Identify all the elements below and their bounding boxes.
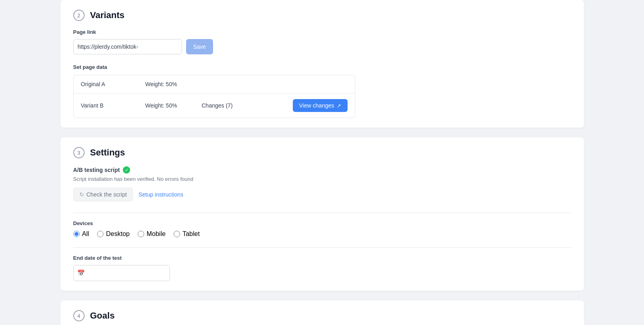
- goals-section: 4 Goals Goals Add URL (Exact or Contains…: [60, 300, 584, 325]
- row-variant-b-name: Variant B: [81, 102, 145, 109]
- variants-section: 2 Variants Page link Save Set page data …: [60, 0, 584, 128]
- page-data-table: Original A Weight: 50% Variant B Weight:…: [73, 75, 355, 118]
- row-variant-b-weight: Weight: 50%: [145, 102, 202, 109]
- script-status-text: Script installation has been verified. N…: [73, 176, 571, 182]
- device-option-tablet[interactable]: Tablet: [174, 230, 200, 238]
- radio-mobile[interactable]: [138, 231, 144, 237]
- device-radio-group: All Desktop Mobile Tablet: [73, 230, 571, 238]
- device-tablet-label: Tablet: [182, 230, 200, 238]
- view-changes-label: View changes: [299, 102, 334, 109]
- device-option-desktop[interactable]: Desktop: [97, 230, 130, 238]
- divider: [73, 213, 571, 213]
- set-page-data-label: Set page data: [73, 64, 571, 70]
- calendar-icon: 📅: [77, 269, 85, 277]
- variants-header: 2 Variants: [73, 10, 571, 21]
- script-actions: ↻ Check the script Setup instructions: [73, 188, 571, 201]
- device-all-label: All: [82, 230, 89, 238]
- date-input-wrapper: 📅: [73, 265, 170, 281]
- end-date-label: End date of the test: [73, 255, 571, 261]
- table-row: Variant B Weight: 50% Changes (7) View c…: [74, 93, 355, 118]
- settings-title: Settings: [90, 147, 125, 158]
- device-option-all[interactable]: All: [73, 230, 89, 238]
- radio-tablet[interactable]: [174, 231, 180, 237]
- view-changes-button[interactable]: View changes ↗: [293, 99, 348, 112]
- script-header-row: A/B testing script ✓: [73, 166, 571, 174]
- device-mobile-label: Mobile: [147, 230, 166, 238]
- row-variant-b-changes: Changes (7): [202, 102, 266, 109]
- row-original-a-weight: Weight: 50%: [145, 81, 202, 87]
- script-label: A/B testing script: [73, 167, 120, 173]
- section-number-2: 2: [73, 10, 85, 21]
- device-option-mobile[interactable]: Mobile: [138, 230, 166, 238]
- end-date-input[interactable]: [73, 265, 170, 281]
- devices-label: Devices: [73, 220, 571, 226]
- page-link-save-button[interactable]: Save: [186, 39, 213, 54]
- section-number-3: 3: [73, 147, 85, 158]
- page-link-label: Page link: [73, 29, 571, 35]
- check-script-label: Check the script: [87, 191, 127, 198]
- divider-2: [73, 247, 571, 248]
- setup-instructions-link[interactable]: Setup instructions: [139, 191, 183, 198]
- row-original-a-name: Original A: [81, 81, 145, 87]
- green-check-icon: ✓: [123, 166, 130, 174]
- table-row: Original A Weight: 50%: [74, 75, 355, 93]
- goals-title: Goals: [90, 311, 115, 321]
- page-link-row: Save: [73, 39, 571, 54]
- goals-header: 4 Goals: [73, 310, 571, 321]
- variants-title: Variants: [90, 10, 125, 21]
- radio-desktop[interactable]: [97, 231, 104, 237]
- external-link-icon: ↗: [337, 103, 341, 109]
- settings-header: 3 Settings: [73, 147, 571, 158]
- section-number-4: 4: [73, 310, 85, 321]
- page-link-field: Page link Save: [73, 29, 571, 54]
- check-script-button[interactable]: ↻ Check the script: [73, 188, 133, 201]
- radio-all[interactable]: [73, 231, 80, 237]
- settings-section: 3 Settings A/B testing script ✓ Script i…: [60, 137, 584, 291]
- device-desktop-label: Desktop: [106, 230, 130, 238]
- refresh-icon: ↻: [79, 191, 84, 198]
- page-link-input[interactable]: [73, 39, 182, 54]
